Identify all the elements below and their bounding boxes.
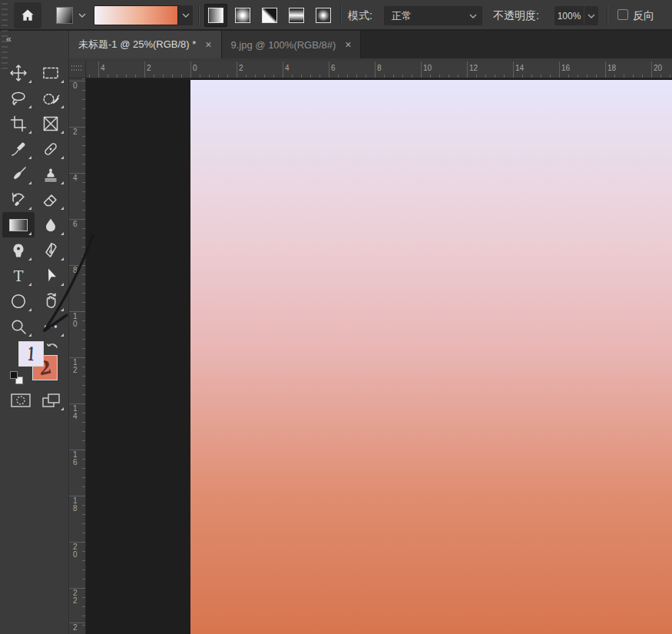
move-icon	[9, 64, 28, 82]
ruler-major-tick	[375, 61, 376, 78]
default-colors-button[interactable]	[10, 371, 25, 387]
tab-close-icon[interactable]: ×	[205, 38, 211, 51]
swap-colors-icon[interactable]	[46, 342, 58, 354]
opacity-input[interactable]: 100%	[554, 6, 584, 25]
brush-icon	[9, 165, 28, 184]
edit-toolbar-tool[interactable]	[35, 314, 67, 339]
history-brush-tool[interactable]	[2, 187, 35, 212]
flyout-triangle	[61, 283, 64, 286]
ruler-major-tick	[651, 61, 652, 78]
eyedropper-tool[interactable]	[2, 136, 35, 161]
options-bar: 模式: 正常 不透明度: 100% 反向	[0, 0, 672, 31]
frame-tool[interactable]	[35, 111, 67, 136]
flyout-triangle	[28, 308, 31, 311]
gradient-type-linear-button[interactable]	[204, 4, 227, 27]
ruler-major-tick	[467, 61, 468, 78]
lasso-icon	[9, 89, 28, 108]
flyout-triangle	[61, 334, 64, 337]
flyout-triangle	[28, 232, 31, 235]
vertical-ruler[interactable]: 024681 01 21 41 61 82 02 22	[69, 78, 86, 634]
tab-close-icon[interactable]: ×	[345, 38, 351, 51]
quick-mask-button[interactable]	[8, 390, 34, 410]
hand-icon	[41, 292, 60, 310]
horizontal-ruler[interactable]: 4202468101214161820	[86, 61, 672, 78]
mode-select[interactable]: 正常	[384, 6, 482, 25]
pen-tool[interactable]	[35, 237, 67, 263]
hand-tool[interactable]	[35, 288, 67, 314]
flyout-triangle	[28, 105, 31, 108]
document-tab-1[interactable]: 未标题-1 @ 25%(RGB/8) *×	[69, 31, 222, 58]
flyout-triangle	[28, 131, 31, 134]
path-select-tool[interactable]	[35, 263, 67, 288]
gradient-type-diamond-icon	[316, 8, 331, 23]
flyout-triangle	[28, 181, 31, 184]
divider	[198, 5, 199, 25]
blur-icon	[41, 216, 60, 234]
divider	[340, 5, 341, 25]
ruler-major-tick	[190, 61, 191, 78]
divider	[607, 5, 607, 25]
clone-stamp-tool[interactable]	[35, 161, 67, 187]
rect-marquee-tool[interactable]	[35, 60, 67, 85]
gradient-preview-bar[interactable]	[94, 5, 178, 25]
ruler-label: 4	[73, 174, 78, 182]
flyout-triangle	[61, 131, 64, 134]
home-button[interactable]	[14, 2, 41, 28]
ruler-label: 0	[73, 82, 78, 90]
gradient-type-angle-button[interactable]	[258, 4, 281, 27]
ruler-major-tick	[559, 61, 560, 78]
dodge-tool[interactable]	[2, 237, 35, 263]
eraser-icon	[41, 191, 60, 209]
home-icon	[20, 8, 35, 23]
preset-chevron-down-icon[interactable]	[78, 13, 86, 18]
zoom-tool[interactable]	[2, 314, 35, 339]
reverse-checkbox[interactable]	[617, 9, 628, 20]
screen-mode-icon	[41, 392, 62, 409]
ruler-label: 2	[73, 128, 78, 136]
gradient-type-diamond-button[interactable]	[312, 4, 335, 27]
ellipse-shape-tool[interactable]	[2, 288, 35, 314]
foreground-color-swatch[interactable]: 1	[18, 341, 44, 367]
document-canvas[interactable]	[190, 80, 672, 634]
gradient-type-reflected-button[interactable]	[285, 4, 308, 27]
chevron-down-icon	[588, 14, 595, 18]
screen-mode-button[interactable]	[38, 390, 65, 410]
ruler-label: 20	[654, 64, 662, 72]
brush-tool[interactable]	[2, 161, 35, 187]
annotation-mark-1: 1	[27, 343, 35, 366]
selection-brush-tool[interactable]	[35, 85, 67, 111]
gradient-type-angle-icon	[262, 8, 277, 23]
opacity-slider-button[interactable]	[584, 6, 598, 25]
ruler-major-tick	[237, 61, 237, 78]
chevron-down-icon	[182, 13, 190, 18]
mode-value: 正常	[384, 9, 469, 23]
crop-tool[interactable]	[2, 111, 35, 136]
type-tool[interactable]: T	[2, 263, 35, 288]
dodge-icon	[9, 241, 28, 260]
path-select-icon	[41, 267, 60, 285]
ruler-label: 18	[607, 64, 616, 72]
gradient-type-radial-button[interactable]	[231, 4, 254, 27]
flyout-triangle	[61, 257, 64, 261]
ruler-major-tick	[513, 61, 514, 78]
gradient-picker-button[interactable]	[178, 5, 193, 25]
gradient-icon	[9, 219, 28, 231]
blur-tool[interactable]	[35, 212, 67, 237]
ruler-origin-corner[interactable]	[69, 61, 86, 78]
gradient-tool[interactable]	[2, 212, 35, 237]
ruler-label: 2	[73, 624, 78, 632]
ruler-label: 14	[515, 64, 524, 72]
healing-brush-tool[interactable]	[35, 136, 67, 161]
ruler-label: 2 0	[73, 543, 78, 559]
ruler-label: 2 2	[73, 589, 78, 605]
document-tab-2[interactable]: 9.jpg @ 100%(RGB/8#)×	[222, 31, 362, 58]
opacity-value: 100%	[558, 11, 581, 22]
window-edge-texture	[2, 3, 8, 72]
lasso-tool[interactable]	[2, 85, 35, 111]
ruler-corner-dots	[71, 65, 82, 67]
eraser-tool[interactable]	[35, 187, 67, 212]
edit-toolbar-icon	[41, 317, 60, 336]
tab-title: 未标题-1 @ 25%(RGB/8) *	[78, 38, 196, 51]
ruler-label: 4	[101, 64, 105, 72]
tool-preset-button[interactable]	[54, 5, 75, 25]
